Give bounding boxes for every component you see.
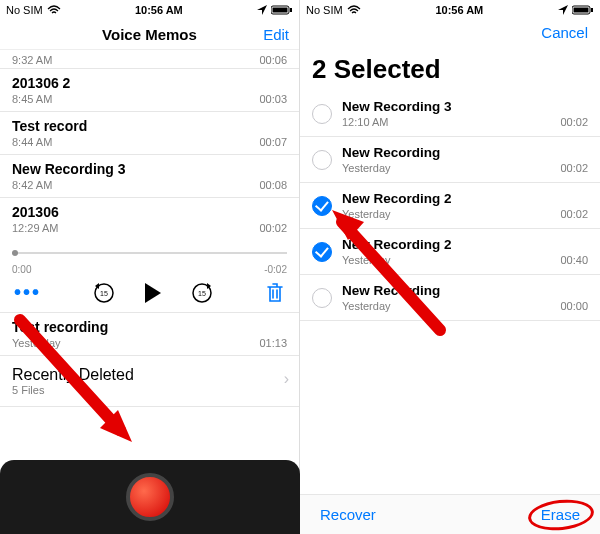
memo-duration: 00:03: [259, 93, 287, 105]
wifi-icon: [47, 5, 61, 15]
memo-time: Yesterday: [342, 208, 391, 220]
bottom-toolbar: Recover Erase: [300, 494, 600, 534]
memo-time: 8:45 AM: [12, 93, 52, 105]
nav-bar: Voice Memos Edit: [0, 20, 299, 50]
svg-rect-8: [573, 8, 588, 13]
memo-time: 12:10 AM: [342, 116, 388, 128]
scrub-remaining: -0:02: [264, 264, 287, 275]
memo-title: 201306 2: [12, 75, 287, 91]
more-button[interactable]: •••: [14, 281, 41, 304]
checkbox-checked[interactable]: [312, 242, 332, 262]
memo-duration: 01:13: [259, 337, 287, 349]
svg-rect-1: [272, 8, 287, 13]
cancel-button[interactable]: Cancel: [541, 24, 588, 41]
memo-title: Test record: [12, 118, 287, 134]
memo-title: New Recording: [342, 145, 588, 160]
chevron-right-icon: ›: [284, 370, 289, 388]
memo-row[interactable]: 201306 2 8:45 AM00:03: [0, 69, 299, 112]
recently-deleted-screen: No SIM 10:56 AM Cancel 2 Selected New Re…: [300, 0, 600, 534]
deleted-row[interactable]: New Recording 3 12:10 AM00:02: [300, 91, 600, 137]
location-icon: [257, 5, 267, 15]
deleted-row[interactable]: New Recording 2 Yesterday00:02: [300, 183, 600, 229]
svg-rect-9: [591, 8, 593, 12]
memo-row[interactable]: New Recording 3 8:42 AM00:08: [0, 155, 299, 198]
memo-title: New Recording: [342, 283, 588, 298]
selection-heading: 2 Selected: [300, 46, 600, 91]
memo-row-selected[interactable]: 201306 12:29 AM00:02: [0, 198, 299, 240]
memo-time: Yesterday: [342, 162, 391, 174]
forward-15-icon[interactable]: 15: [191, 282, 213, 304]
recently-deleted-count: 5 Files: [12, 384, 287, 396]
memo-row-partial[interactable]: 9:32 AM00:06: [0, 50, 299, 69]
carrier-label: No SIM: [6, 4, 43, 16]
memo-title: 201306: [12, 204, 287, 220]
erase-button[interactable]: Erase: [541, 506, 580, 523]
edit-button[interactable]: Edit: [263, 26, 289, 43]
scrubber[interactable]: [12, 246, 287, 264]
checkbox[interactable]: [312, 104, 332, 124]
memo-time: Yesterday: [342, 300, 391, 312]
memo-time: 8:44 AM: [12, 136, 52, 148]
location-icon: [558, 5, 568, 15]
trash-icon[interactable]: [265, 282, 285, 304]
svg-text:15: 15: [100, 290, 108, 297]
status-bar: No SIM 10:56 AM: [0, 0, 299, 20]
checkbox-checked[interactable]: [312, 196, 332, 216]
memo-time: 8:42 AM: [12, 179, 52, 191]
memo-duration: 00:02: [560, 116, 588, 128]
wifi-icon: [347, 5, 361, 15]
rewind-15-icon[interactable]: 15: [93, 282, 115, 304]
scrub-elapsed: 0:00: [12, 264, 31, 275]
memo-time: Yesterday: [12, 337, 61, 349]
playback-controls: ••• 15 15: [0, 279, 299, 313]
memo-duration: 00:00: [560, 300, 588, 312]
status-bar: No SIM 10:56 AM: [300, 0, 600, 20]
memo-row[interactable]: Test record 8:44 AM00:07: [0, 112, 299, 155]
memo-title: New Recording 3: [12, 161, 287, 177]
carrier-label: No SIM: [306, 4, 343, 16]
memo-time: Yesterday: [342, 254, 391, 266]
record-button[interactable]: [126, 473, 174, 521]
memo-title: New Recording 2: [342, 191, 588, 206]
svg-rect-2: [290, 8, 292, 12]
nav-title: Voice Memos: [102, 26, 197, 43]
deleted-row[interactable]: New Recording 2 Yesterday00:40: [300, 229, 600, 275]
clock: 10:56 AM: [435, 4, 483, 16]
memo-title: New Recording 3: [342, 99, 588, 114]
memo-time: 9:32 AM: [12, 54, 52, 66]
clock: 10:56 AM: [135, 4, 183, 16]
deleted-row[interactable]: New Recording Yesterday00:02: [300, 137, 600, 183]
deleted-row[interactable]: New Recording Yesterday00:00: [300, 275, 600, 321]
memo-duration: 00:06: [259, 54, 287, 66]
svg-text:15: 15: [198, 290, 206, 297]
memo-duration: 00:02: [560, 162, 588, 174]
memo-duration: 00:02: [259, 222, 287, 234]
voice-memos-screen: No SIM 10:56 AM Voice Memos Edit 9:32 AM…: [0, 0, 300, 534]
memo-duration: 00:40: [560, 254, 588, 266]
record-bar: [0, 460, 300, 534]
recover-button[interactable]: Recover: [320, 506, 376, 523]
checkbox[interactable]: [312, 288, 332, 308]
memo-row[interactable]: Test recording Yesterday01:13: [0, 313, 299, 356]
checkbox[interactable]: [312, 150, 332, 170]
memo-duration: 00:08: [259, 179, 287, 191]
recently-deleted-title: Recently Deleted: [12, 366, 287, 384]
play-button[interactable]: [145, 283, 161, 303]
battery-icon: [572, 5, 594, 15]
memo-time: 12:29 AM: [12, 222, 58, 234]
battery-icon: [271, 5, 293, 15]
memo-title: New Recording 2: [342, 237, 588, 252]
memo-duration: 00:02: [560, 208, 588, 220]
memo-title: Test recording: [12, 319, 287, 335]
memo-duration: 00:07: [259, 136, 287, 148]
recently-deleted-row[interactable]: Recently Deleted 5 Files ›: [0, 356, 299, 407]
